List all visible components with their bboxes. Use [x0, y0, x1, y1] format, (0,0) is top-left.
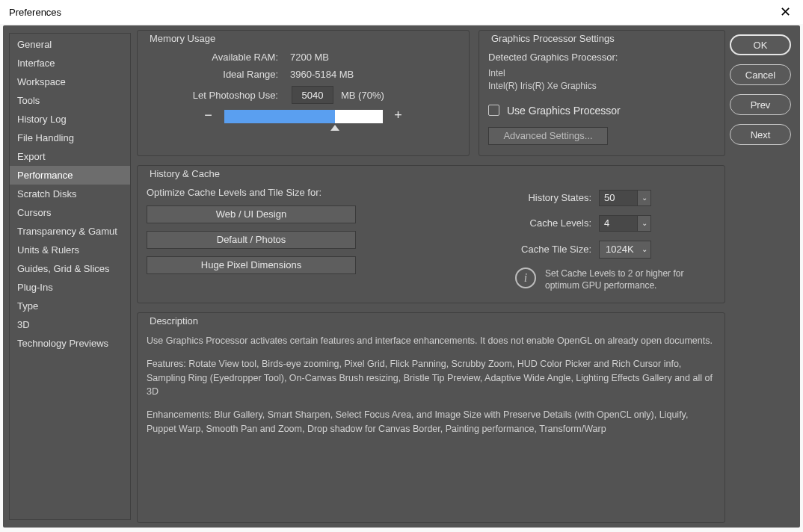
- cache-info-text: Set Cache Levels to 2 or higher for opti…: [545, 267, 702, 293]
- cache-tile-size-select[interactable]: 1024K ⌄: [599, 241, 651, 259]
- sidebar-item-tools[interactable]: Tools: [10, 91, 130, 110]
- sidebar-item-workspace[interactable]: Workspace: [10, 72, 130, 91]
- next-button[interactable]: Next: [730, 124, 791, 145]
- cache-levels-input[interactable]: [599, 215, 638, 232]
- description-text: Use Graphics Processor activates certain…: [147, 334, 716, 436]
- description-p1: Use Graphics Processor activates certain…: [147, 334, 716, 348]
- info-icon: i: [515, 267, 536, 288]
- sidebar-item-interface[interactable]: Interface: [10, 54, 130, 72]
- group-title: Memory Usage: [145, 33, 220, 44]
- sidebar: GeneralInterfaceWorkspaceToolsHistory Lo…: [9, 33, 131, 520]
- sidebar-item-export[interactable]: Export: [10, 147, 130, 166]
- use-gpu-checkbox[interactable]: [488, 105, 499, 116]
- window-title: Preferences: [9, 7, 61, 18]
- slider-marker-icon: [330, 125, 339, 131]
- sidebar-item-performance[interactable]: Performance: [10, 166, 130, 185]
- cache-levels-label: Cache Levels:: [494, 217, 591, 229]
- memory-input[interactable]: [292, 86, 333, 104]
- group-title: Graphics Processor Settings: [487, 33, 619, 44]
- available-ram-label: Available RAM:: [147, 52, 284, 63]
- history-states-input[interactable]: [599, 190, 638, 206]
- group-title: History & Cache: [145, 168, 224, 179]
- sidebar-item-type[interactable]: Type: [10, 297, 130, 315]
- optimize-label: Optimize Cache Levels and Tile Size for:: [147, 187, 476, 198]
- sidebar-item-3d[interactable]: 3D: [10, 315, 130, 334]
- sidebar-item-guides-grid-slices[interactable]: Guides, Grid & Slices: [10, 259, 130, 278]
- main-area: Memory Usage Available RAM: 7200 MB Idea…: [137, 25, 800, 528]
- sidebar-item-transparency-gamut[interactable]: Transparency & Gamut: [10, 222, 130, 241]
- slider-plus-button[interactable]: +: [392, 110, 405, 123]
- description-p3: Enhancements: Blur Gallery, Smart Sharpe…: [147, 408, 716, 436]
- history-states-label: History States:: [494, 192, 591, 203]
- chevron-down-icon: ⌄: [642, 245, 647, 253]
- gpu-device: Intel(R) Iris(R) Xe Graphics: [488, 80, 716, 93]
- memory-suffix: MB (70%): [341, 90, 384, 101]
- history-cache-group: History & Cache Optimize Cache Levels an…: [137, 165, 725, 304]
- memory-slider[interactable]: [224, 110, 383, 123]
- sidebar-item-file-handling[interactable]: File Handling: [10, 129, 130, 147]
- close-icon[interactable]: ✕: [776, 4, 794, 20]
- web-ui-design-button[interactable]: Web / UI Design: [147, 205, 356, 223]
- sidebar-item-general[interactable]: General: [10, 35, 130, 54]
- sidebar-item-history-log[interactable]: History Log: [10, 110, 130, 129]
- slider-minus-button[interactable]: −: [202, 110, 215, 123]
- cache-tile-size-value: 1024K: [606, 244, 634, 255]
- description-group: Description Use Graphics Processor activ…: [137, 312, 725, 523]
- gpu-vendor: Intel: [488, 67, 716, 80]
- detected-gpu-label: Detected Graphics Processor:: [488, 52, 716, 63]
- memory-usage-group: Memory Usage Available RAM: 7200 MB Idea…: [137, 30, 470, 156]
- cache-tile-size-label: Cache Tile Size:: [494, 244, 591, 255]
- description-p2: Features: Rotate View tool, Birds-eye zo…: [147, 357, 716, 399]
- cancel-button[interactable]: Cancel: [730, 64, 791, 85]
- use-gpu-label: Use Graphics Processor: [507, 105, 621, 117]
- sidebar-item-scratch-disks[interactable]: Scratch Disks: [10, 185, 130, 203]
- prev-button[interactable]: Prev: [730, 94, 791, 115]
- ideal-range-value: 3960-5184 MB: [284, 69, 354, 80]
- let-photoshop-use-label: Let Photoshop Use:: [147, 90, 284, 101]
- advanced-settings-button[interactable]: Advanced Settings...: [488, 127, 608, 145]
- huge-pixel-dimensions-button[interactable]: Huge Pixel Dimensions: [147, 256, 356, 274]
- sidebar-item-technology-previews[interactable]: Technology Previews: [10, 334, 130, 353]
- group-title: Description: [145, 315, 203, 327]
- graphics-processor-group: Graphics Processor Settings Detected Gra…: [479, 30, 725, 156]
- sidebar-item-plug-ins[interactable]: Plug-Ins: [10, 278, 130, 297]
- preferences-window: Preferences ✕ GeneralInterfaceWorkspaceT…: [0, 0, 803, 532]
- chevron-down-icon[interactable]: ⌄: [638, 215, 651, 232]
- sidebar-item-cursors[interactable]: Cursors: [10, 203, 130, 222]
- titlebar: Preferences ✕: [0, 0, 803, 24]
- chevron-down-icon[interactable]: ⌄: [638, 190, 651, 206]
- available-ram-value: 7200 MB: [284, 52, 329, 63]
- dialog-body: GeneralInterfaceWorkspaceToolsHistory Lo…: [3, 25, 800, 528]
- ideal-range-label: Ideal Range:: [147, 69, 284, 80]
- sidebar-item-units-rulers[interactable]: Units & Rulers: [10, 241, 130, 259]
- dialog-button-column: OK Cancel Prev Next: [730, 30, 794, 523]
- default-photos-button[interactable]: Default / Photos: [147, 231, 356, 249]
- ok-button[interactable]: OK: [730, 34, 791, 55]
